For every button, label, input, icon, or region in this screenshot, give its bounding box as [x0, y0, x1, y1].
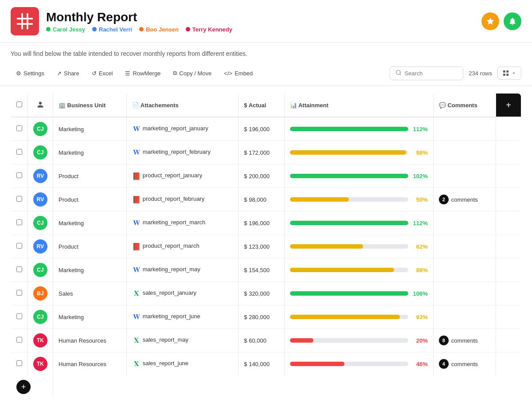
- row-attainment: 50%: [284, 188, 433, 211]
- table-row: BJSales𝐗sales_report_january$ 320,000106…: [11, 282, 521, 305]
- settings-icon: ⚙: [16, 70, 21, 77]
- collaborator-rachelverri[interactable]: Rachel Verri: [92, 26, 132, 33]
- row-checkbox[interactable]: [16, 243, 22, 249]
- add-row-button[interactable]: +: [16, 380, 31, 394]
- rowmerge-button[interactable]: ☰ RowMerge: [120, 66, 166, 80]
- row-business-unit: Marketing: [53, 211, 127, 235]
- row-checkbox[interactable]: [16, 172, 22, 178]
- row-actual: $ 98,000: [239, 188, 284, 211]
- th-attainment[interactable]: 📊 Attainment: [284, 94, 433, 117]
- search-box[interactable]: [390, 66, 463, 80]
- footer-row: +: [11, 375, 521, 399]
- row-checkbox-cell[interactable]: [11, 188, 28, 211]
- copymove-icon: ⧉: [173, 70, 177, 77]
- embed-icon: </>: [224, 70, 232, 77]
- row-attachment[interactable]: 📕product_report_january: [126, 164, 239, 188]
- row-comments: [433, 141, 496, 164]
- comment-count: 4: [439, 359, 449, 369]
- collaborator-boojensen[interactable]: Boo Jensen: [139, 26, 179, 33]
- bell-button[interactable]: [504, 12, 521, 30]
- row-checkbox-cell[interactable]: [11, 329, 28, 352]
- row-attainment: 88%: [284, 258, 433, 282]
- word-icon: 𝐖: [132, 219, 141, 227]
- table-row: RVProduct📕product_report_january$ 200,00…: [11, 164, 521, 188]
- collaborator-name: Terry Kennedy: [192, 26, 232, 33]
- row-checkbox-cell[interactable]: [11, 164, 28, 188]
- row-actual: $ 123,000: [239, 235, 284, 258]
- row-business-unit: Marketing: [53, 305, 127, 329]
- avatar: BJ: [33, 286, 47, 301]
- row-checkbox[interactable]: [16, 337, 22, 343]
- row-business-unit: Product: [53, 235, 127, 258]
- row-checkbox[interactable]: [16, 149, 22, 155]
- row-comments: 2comments: [433, 188, 496, 211]
- row-checkbox[interactable]: [16, 219, 22, 225]
- row-checkbox-cell[interactable]: [11, 141, 28, 164]
- row-checkbox-cell[interactable]: [11, 282, 28, 305]
- comment-badge[interactable]: 2comments: [439, 195, 490, 204]
- th-business-unit[interactable]: 🏢 Business Unit: [53, 94, 127, 117]
- title-area: Monthly Report Carol JessyRachel VerriBo…: [46, 10, 481, 33]
- th-comments[interactable]: 💬 Comments: [433, 94, 496, 117]
- share-button[interactable]: ↗ Share: [51, 66, 85, 80]
- row-attachment[interactable]: 𝐖marketing_report_march: [126, 211, 239, 235]
- row-attachment[interactable]: 𝐗sales_report_may: [126, 329, 239, 352]
- th-add-column[interactable]: +: [496, 94, 521, 117]
- row-attachment[interactable]: 𝐖marketing_report_june: [126, 305, 239, 329]
- row-checkbox-cell[interactable]: [11, 258, 28, 282]
- row-checkbox[interactable]: [16, 290, 22, 296]
- row-checkbox-cell[interactable]: [11, 305, 28, 329]
- attainment-percent: 112%: [412, 220, 428, 226]
- search-input[interactable]: [404, 70, 458, 77]
- view-toggle[interactable]: [497, 66, 521, 80]
- row-attachment[interactable]: 𝐖marketing_report_may: [126, 258, 239, 282]
- avatar: RV: [33, 169, 47, 183]
- row-checkbox[interactable]: [16, 125, 22, 131]
- row-checkbox-cell[interactable]: [11, 352, 28, 376]
- row-attachment[interactable]: 📕product_report_march: [126, 235, 239, 258]
- collaborator-name: Rachel Verri: [99, 26, 132, 33]
- th-actual[interactable]: $ Actual: [239, 94, 284, 117]
- row-attachment[interactable]: 𝐖marketing_report_february: [126, 141, 239, 164]
- row-checkbox[interactable]: [16, 266, 22, 272]
- row-checkbox[interactable]: [16, 360, 22, 366]
- row-avatar-cell: TK: [28, 329, 53, 352]
- comment-badge[interactable]: 8comments: [439, 336, 490, 345]
- row-attachment[interactable]: 𝐗sales_report_january: [126, 282, 239, 305]
- toolbar: ⚙ Settings ↗ Share ↺ Excel ☰ RowMerge ⧉ …: [0, 61, 532, 86]
- page-header: Monthly Report Carol JessyRachel VerriBo…: [0, 0, 532, 43]
- row-checkbox-cell[interactable]: [11, 211, 28, 235]
- comment-count: 8: [439, 336, 449, 345]
- th-attachements[interactable]: 📄 Attachements: [126, 94, 239, 117]
- table-row: RVProduct📕product_report_march$ 123,0006…: [11, 235, 521, 258]
- row-business-unit: Product: [53, 188, 127, 211]
- th-checkbox[interactable]: [11, 94, 28, 117]
- footer-add-row-cell[interactable]: +: [11, 375, 53, 399]
- excel-button[interactable]: ↺ Excel: [86, 66, 118, 80]
- row-attachment[interactable]: 📕product_report_february: [126, 188, 239, 211]
- row-checkbox-cell[interactable]: [11, 117, 28, 141]
- settings-button[interactable]: ⚙ Settings: [11, 66, 50, 80]
- row-attachment[interactable]: 𝐖marketing_report_january: [126, 117, 239, 141]
- attainment-percent: 62%: [412, 243, 428, 250]
- attainment-percent: 98%: [412, 149, 428, 156]
- copymove-button[interactable]: ⧉ Copy / Move: [168, 66, 217, 80]
- row-attachment[interactable]: 𝐗sales_report_june: [126, 352, 239, 376]
- add-column-button[interactable]: +: [501, 98, 516, 112]
- excel-icon: 𝐗: [132, 359, 141, 368]
- attainment-percent: 88%: [412, 267, 428, 273]
- collaborator-name: Carol Jessy: [53, 26, 85, 33]
- embed-button[interactable]: </> Embed: [219, 66, 258, 80]
- row-comments: 4comments: [433, 352, 496, 376]
- row-checkbox-cell[interactable]: [11, 235, 28, 258]
- row-checkbox[interactable]: [16, 196, 22, 202]
- collaborator-caroljessy[interactable]: Carol Jessy: [46, 26, 85, 33]
- comment-badge[interactable]: 4comments: [439, 359, 490, 369]
- excel-icon: ↺: [92, 70, 97, 77]
- select-all-checkbox[interactable]: [16, 102, 22, 107]
- pdf-icon: 📕: [132, 242, 141, 251]
- row-checkbox[interactable]: [16, 313, 22, 319]
- star-button[interactable]: [481, 12, 499, 30]
- collaborator-terrykennedy[interactable]: Terry Kennedy: [186, 26, 232, 33]
- avatar: CJ: [33, 216, 47, 230]
